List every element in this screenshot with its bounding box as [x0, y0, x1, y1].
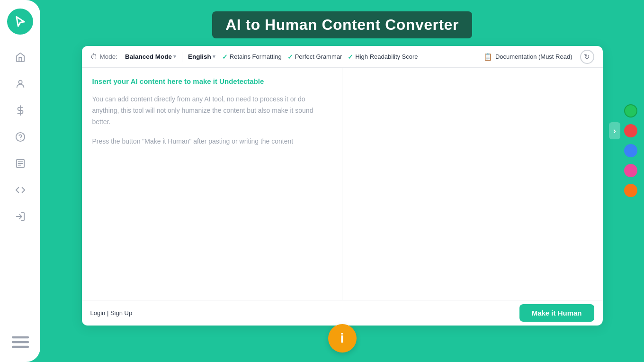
editor-left[interactable]: Insert your AI content here to make it U… [82, 68, 343, 300]
check-icon-2: ✓ [287, 53, 293, 61]
user-icon [15, 79, 26, 89]
arrow-button[interactable]: › [609, 122, 620, 139]
editor-placeholder: You can add content directly from any AI… [92, 94, 332, 147]
code-icon [15, 185, 26, 195]
app-title: AI to Human Content Converter [212, 11, 472, 38]
document-icon [15, 158, 26, 169]
feature-readability: ✓ High Readability Score [348, 53, 418, 61]
doc-icon: 📋 [483, 53, 492, 61]
feature-grammar-label: Perfect Grammar [295, 53, 342, 60]
mode-value: Balanced Mode [125, 53, 172, 60]
home-icon [15, 52, 26, 63]
circle-blue[interactable] [624, 144, 637, 157]
login-icon [15, 211, 26, 222]
login-link[interactable]: Login [90, 309, 106, 317]
title-area: AI to Human Content Converter [212, 11, 472, 38]
circle-pink[interactable] [624, 164, 637, 177]
mode-chevron: ▾ [173, 54, 176, 60]
toolbar-mode: ⏱ Mode: [90, 53, 118, 61]
refresh-button[interactable]: ↻ [580, 50, 594, 64]
info-button[interactable]: i [328, 324, 357, 353]
editor-right [342, 68, 603, 300]
documentation-link[interactable]: 📋 Documentation (Must Read) [480, 51, 576, 63]
feature-readability-label: High Readability Score [355, 53, 418, 60]
mode-selector[interactable]: Balanced Mode ▾ [122, 52, 179, 62]
sidebar-item-help[interactable] [9, 126, 32, 148]
sidebar-item-user[interactable] [9, 72, 32, 95]
check-icon-3: ✓ [348, 53, 353, 61]
sidebar-item-documents[interactable] [9, 152, 32, 175]
help-icon [15, 132, 26, 142]
signup-link[interactable]: Sign Up [110, 309, 132, 317]
placeholder-line-2: Press the button "Make it Human" after p… [92, 136, 332, 147]
placeholder-line-1: You can add content directly from any AI… [92, 94, 332, 127]
feature-formatting-label: Retains Formatting [230, 53, 282, 60]
main-content: AI to Human Content Converter ⏱ Mode: Ba… [40, 0, 644, 362]
sidebar-item-home[interactable] [9, 46, 32, 69]
toolbar: ⏱ Mode: Balanced Mode ▾ English ▾ ✓ Reta… [82, 46, 603, 68]
refresh-icon: ↻ [584, 53, 590, 61]
circle-green[interactable] [624, 104, 637, 118]
cursor-icon [14, 15, 27, 28]
sidebar [0, 0, 40, 362]
sidebar-item-pricing[interactable] [9, 99, 32, 122]
language-selector[interactable]: English ▾ [185, 52, 218, 62]
dollar-icon [15, 105, 26, 116]
feature-formatting: ✓ Retains Formatting [222, 53, 282, 61]
clock-icon: ⏱ [90, 53, 98, 61]
check-icon-1: ✓ [222, 53, 228, 61]
circle-orange[interactable] [624, 184, 637, 197]
sidebar-item-login[interactable] [9, 205, 32, 228]
language-value: English [188, 53, 211, 60]
editor-title: Insert your AI content here to make it U… [92, 77, 332, 85]
toolbar-mode-label: Mode: [100, 53, 118, 60]
footer-bar: Login | Sign Up Make it Human [82, 300, 603, 326]
color-circles [624, 104, 637, 197]
footer-separator: | [107, 309, 110, 317]
sidebar-item-code[interactable] [9, 179, 32, 201]
info-icon: i [340, 331, 344, 346]
editor-area: Insert your AI content here to make it U… [82, 68, 603, 300]
svg-point-0 [18, 81, 22, 84]
main-card: ⏱ Mode: Balanced Mode ▾ English ▾ ✓ Reta… [82, 46, 603, 326]
doc-label: Documentation (Must Read) [495, 53, 572, 60]
menu-icon [9, 331, 32, 353]
lang-chevron: ▾ [213, 54, 215, 60]
circle-red[interactable] [624, 124, 637, 137]
sidebar-nav [9, 46, 32, 331]
sidebar-menu-button[interactable] [9, 331, 32, 353]
footer-login-area: Login | Sign Up [90, 309, 133, 317]
feature-grammar: ✓ Perfect Grammar [287, 53, 342, 61]
sidebar-logo[interactable] [7, 9, 33, 35]
toolbar-divider-1 [182, 52, 182, 62]
make-human-button[interactable]: Make it Human [519, 304, 594, 322]
